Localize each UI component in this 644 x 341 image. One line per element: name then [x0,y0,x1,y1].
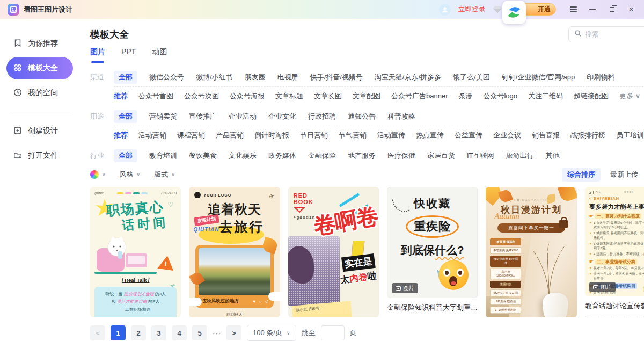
color-filter[interactable]: ∨ [90,170,106,179]
filter-sub-option[interactable]: 销售喜报 [532,130,560,140]
filter-sub-option[interactable]: 推荐 [114,130,128,140]
filter-sub-option[interactable]: 产品营销 [216,130,244,140]
filter-option[interactable]: 旅游出行 [506,151,534,161]
filter-sub-option[interactable]: 活动营销 [138,130,166,140]
filter-sub-option[interactable]: 战报排行榜 [570,130,605,140]
filter-option[interactable]: 营销卖货 [149,112,177,121]
template-card-autumn-travel[interactable]: YOUR LOGO ✈ 追着秋天去旅行 度假计划 QIUTIAN #去秋风吹过的… [189,187,280,317]
style-filter[interactable]: 风格 ∨ [120,170,141,179]
filter-option[interactable]: 微博/小红书 [196,72,233,82]
minimize-button[interactable] [588,5,597,14]
template-card-neijuan[interactable]: REDBOOK >gaoding 卷啊卷 实在是 太内卷啦 做小红书账号… [288,187,379,317]
filter-option[interactable]: 全部 [114,71,137,84]
filter-option[interactable]: 快手/抖音/视频号 [310,72,363,82]
tab[interactable]: PPT [121,47,136,63]
sidebar-item-create[interactable]: 创建设计 [6,120,73,142]
filter-sub-option[interactable]: 条漫 [458,91,472,101]
sidebar-item-openfile[interactable]: 打开文件 [6,144,73,167]
sort-option[interactable]: 综合排序 [562,168,601,182]
filter-option[interactable]: 企业活动 [229,112,257,121]
filter-sub-option[interactable]: 文章配图 [353,91,380,101]
floating-app-icon[interactable] [502,1,526,24]
filter-option[interactable]: 金融保险 [308,151,336,161]
filter-sub-option[interactable]: 公众号海报 [230,91,265,101]
layout-filter[interactable]: 版式 ∨ [154,170,175,179]
filter-sub-option[interactable]: 推荐 [114,91,128,101]
avatar[interactable] [439,4,451,16]
filter-option[interactable]: IT互联网 [467,151,494,161]
page-button[interactable]: 3 [151,325,166,340]
sidebar-item-templates[interactable]: 模板大全 [6,57,73,79]
filter-option[interactable]: 印刷物料 [587,72,614,82]
sidebar-item-recommend[interactable]: 为你推荐 [6,32,73,55]
filter-sub-option[interactable]: 活动宣传 [377,130,405,140]
filter-sub-option[interactable]: 员工培训 [616,130,644,140]
filter-option[interactable]: 全部 [114,110,137,123]
filter-option[interactable]: 淘宝天猫/京东/拼多多 [375,72,441,82]
template-title[interactable]: 金融保险知识科普大字划重点... [387,303,478,313]
filter-sub-option[interactable]: 公众号logo [483,91,517,101]
filter-sub-option[interactable]: 热点宣传 [416,130,444,140]
maximize-button[interactable] [608,5,616,14]
filter-option[interactable]: 企业文化 [268,112,296,121]
filter-option[interactable]: 政务媒体 [268,151,296,161]
page-button[interactable]: 1 [111,325,126,340]
page-button[interactable]: 2 [131,325,146,340]
filter-sub-option[interactable]: 公众号次图 [184,91,219,101]
template-card-mbti[interactable]: (mbti:/ 2024.09 职场真心话时间 ♡ [90,187,181,317]
page-button[interactable]: 5 [192,325,207,340]
filter-sub-option[interactable]: 企业会议 [493,130,521,140]
filter-option[interactable]: 钉钉/企业微信/官网/app [502,72,575,82]
filter-sub-option[interactable]: 公众号首图 [138,91,173,101]
close-button[interactable]: × [627,5,635,14]
filter-sub-option[interactable]: 文章长图 [314,91,342,101]
filter-sub-option[interactable]: 课程营销 [177,130,205,140]
next-card-peek[interactable] [585,316,644,317]
filter-option[interactable]: 全部 [114,149,137,162]
prev-page-button[interactable]: < [90,325,105,340]
filter-sub-option[interactable]: 更多 ∨ [619,91,640,101]
vip-diamond-icon[interactable] [493,5,502,14]
template-card-autumn-live[interactable]: QIURIMANYOUJIHUA 秋日漫游计划 Autumn 直播间下单买一赠一… [486,187,576,317]
tab[interactable]: 动图 [152,47,167,63]
filter-option[interactable]: 餐饮美食 [189,151,217,161]
filter-option[interactable]: 行政招聘 [308,112,336,121]
filter-sub-option[interactable]: 倒计时海报 [254,130,289,140]
filter-option[interactable]: 地产服务 [348,151,376,161]
filter-sub-option[interactable]: 节气营销 [339,130,367,140]
next-page-button[interactable]: > [226,325,241,340]
filter-option[interactable]: 文化娱乐 [229,151,257,161]
template-card-career-exam[interactable]: 5G 09:30 100% < SHIYEBIAN☺ 要多努力才能考上事业编 ★… [585,187,644,296]
filter-sub-option[interactable]: 公益宣传 [455,130,482,140]
cloud-shape [189,298,202,306]
filter-option[interactable]: 其他 [546,151,560,161]
filter-option[interactable]: 宣传推广 [189,112,217,121]
filter-option[interactable]: 通知公告 [348,112,376,121]
template-title[interactable]: 教育话题讨论宣传套装备忘录... [585,301,644,311]
menu-button[interactable] [569,5,577,14]
tab[interactable]: 图片 [90,47,105,63]
template-card-insurance[interactable]: 快收藏 重疾险 到底保什么? 图片 [387,187,478,298]
search-box[interactable] [568,26,644,42]
page-size-select[interactable]: 100 条/页 ∨ [247,325,296,341]
login-link[interactable]: 立即登录 [458,5,485,14]
filter-option[interactable]: 电视屏 [277,72,298,82]
sidebar-item-myspace[interactable]: 我的空间 [6,82,73,104]
filter-option[interactable]: 医疗保健 [387,151,415,161]
pages-ellipsis[interactable]: ··· [213,329,221,337]
search-input[interactable] [585,31,644,38]
filter-option[interactable]: 教育培训 [149,151,177,161]
filter-option[interactable]: 家居百货 [427,151,455,161]
filter-sub-option[interactable]: 文章标题 [275,91,303,101]
filter-sub-option[interactable]: 节日营销 [300,130,328,140]
filter-option[interactable]: 朋友圈 [245,72,266,82]
filter-sub-option[interactable]: 公众号广告banner [391,91,448,101]
filter-sub-option[interactable]: 超链接配图 [574,91,609,101]
sort-option[interactable]: 最新上传 [610,170,638,179]
filter-option[interactable]: 微信公众号 [149,72,184,82]
filter-option[interactable]: 科普攻略 [387,112,415,121]
filter-option[interactable]: 饿了么/美团 [453,72,490,82]
jump-page-input[interactable] [321,325,345,340]
filter-sub-option[interactable]: 关注二维码 [528,91,563,101]
page-button[interactable]: 4 [172,325,187,340]
